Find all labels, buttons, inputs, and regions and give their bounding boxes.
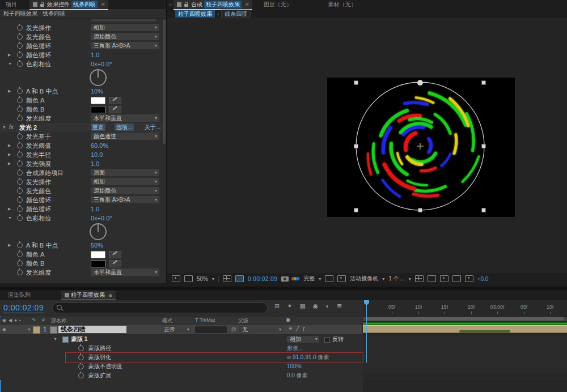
expand-arrow-icon[interactable]: ▶ xyxy=(8,150,11,159)
property-value[interactable]: 10.0 xyxy=(91,150,103,159)
eyedropper-button[interactable] xyxy=(109,251,121,258)
source-name-column-header[interactable]: 源名称 xyxy=(51,317,66,325)
property-value[interactable]: 1.0 xyxy=(91,50,99,59)
composition-frame[interactable] xyxy=(328,78,514,216)
property-value[interactable]: 10% xyxy=(91,87,103,96)
panel-menu-icon[interactable]: ≡ xyxy=(246,2,249,8)
pickwhip-icon[interactable]: ◎ xyxy=(231,326,236,332)
stopwatch-icon[interactable] xyxy=(17,242,23,248)
layer-switch-icon[interactable]: ƒ xyxy=(303,326,309,331)
region-of-interest-icon[interactable] xyxy=(325,275,333,282)
property-value[interactable]: 1.0 xyxy=(91,159,99,168)
dropdown[interactable]: 相加▾ xyxy=(91,24,159,31)
panel-menu-icon[interactable]: ≡ xyxy=(109,292,112,299)
stopwatch-icon[interactable] xyxy=(17,215,23,221)
selection-handle[interactable] xyxy=(354,208,358,212)
stopwatch-icon[interactable] xyxy=(17,61,23,67)
snapshot-camera-icon[interactable] xyxy=(281,276,289,282)
selection-handle-top[interactable] xyxy=(417,80,423,86)
exposure-value[interactable]: +0.0 xyxy=(477,276,489,282)
expand-arrow-icon[interactable]: ▶ xyxy=(8,159,11,168)
blend-mode-select[interactable]: 正常▾ xyxy=(161,326,191,333)
dropdown[interactable]: 颜色通道▾ xyxy=(91,133,159,140)
stopwatch-icon[interactable] xyxy=(17,43,23,49)
mask-property-number[interactable]: 0.0 xyxy=(287,372,295,378)
tab-render-queue[interactable]: 渲染队列 xyxy=(5,291,34,300)
layer-label-color[interactable] xyxy=(33,326,40,334)
stopwatch-icon[interactable] xyxy=(17,134,23,139)
transparency-grid-icon[interactable] xyxy=(337,275,346,282)
layer-switch-icon[interactable]: ☀ xyxy=(288,326,296,331)
color-swatch[interactable] xyxy=(91,260,105,267)
fast-previews-icon[interactable] xyxy=(428,275,436,282)
eyedropper-button[interactable] xyxy=(109,106,121,113)
selection-handle[interactable] xyxy=(354,81,358,85)
stopwatch-icon[interactable] xyxy=(17,143,23,148)
mask-visibility-icon[interactable] xyxy=(235,275,244,282)
stopwatch-icon[interactable] xyxy=(17,270,23,275)
layer-expander-icon[interactable]: ▼ xyxy=(27,327,31,331)
magnification-icon[interactable] xyxy=(184,275,193,282)
timeline-toolbar-icon[interactable]: ≣ xyxy=(337,302,342,310)
timeline-toolbar-icon[interactable]: ✦ xyxy=(287,302,292,310)
timeline-button-icon[interactable] xyxy=(440,275,448,282)
eye-icon[interactable]: ◉ xyxy=(2,327,6,332)
time-ruler[interactable]: 05f10f15f20f03:00f05f10f xyxy=(363,300,567,317)
dropdown[interactable]: 相加▾ xyxy=(91,178,159,185)
layer-switch-icon[interactable]: ╱ xyxy=(296,326,302,331)
mode-column-header[interactable]: 模式 xyxy=(162,317,172,325)
mask-property-number[interactable]: 100% xyxy=(287,363,302,369)
timeline-toolbar-icon[interactable]: ▦ xyxy=(299,302,305,310)
tab-footage[interactable]: 素材（无） xyxy=(325,0,360,9)
effect-about-link[interactable]: 关于... xyxy=(143,123,162,131)
selection-handle[interactable] xyxy=(482,144,486,148)
expand-arrow-icon[interactable]: ▼ xyxy=(8,214,12,223)
mask-expander-icon[interactable]: ▼ xyxy=(53,337,57,341)
stopwatch-icon[interactable] xyxy=(78,346,84,351)
layer-duration-bar[interactable] xyxy=(363,325,567,333)
zoom-level[interactable]: 50% xyxy=(197,276,208,282)
tab-project[interactable]: 项目 xyxy=(2,0,20,9)
dropdown[interactable]: 原始颜色▾ xyxy=(91,33,159,40)
eyedropper-button[interactable] xyxy=(109,97,121,104)
breadcrumb-comp[interactable]: 粒子四喷效果 xyxy=(175,10,215,18)
angle-dial-control[interactable] xyxy=(90,223,107,240)
tab-composition[interactable]: 合成 粒子四喷效果 ≡ xyxy=(174,0,252,9)
angle-dial-control[interactable] xyxy=(90,69,107,86)
dropdown[interactable]: 水平和垂直▾ xyxy=(91,114,159,122)
trkmat-cell[interactable] xyxy=(195,326,227,333)
flowchart-button-icon[interactable] xyxy=(452,275,461,282)
mask-mode-select[interactable]: 相加▾ xyxy=(287,336,319,343)
tab-layer[interactable]: 图层（无） xyxy=(260,0,295,9)
track-area[interactable] xyxy=(363,317,567,392)
parent-column-header[interactable]: 父级 xyxy=(238,317,248,325)
color-swatch[interactable] xyxy=(91,106,105,113)
expand-arrow-icon[interactable]: ▼ xyxy=(8,59,12,69)
lock-icon[interactable]: ▪ xyxy=(19,318,21,323)
mask-group-row[interactable]: ▼ 蒙版 1 相加▾ 反转 xyxy=(0,335,362,344)
expand-arrow-icon[interactable]: ▶ xyxy=(8,204,11,214)
reset-exposure-icon[interactable] xyxy=(465,275,473,282)
mask-invert-checkbox[interactable] xyxy=(324,337,330,343)
mask-property-number[interactable]: 形状... xyxy=(287,345,303,351)
stopwatch-icon[interactable] xyxy=(17,106,23,112)
stopwatch-icon[interactable] xyxy=(17,97,23,103)
expand-arrow-icon[interactable]: ▶ xyxy=(8,141,11,150)
dropdown[interactable]: 原始颜色▾ xyxy=(91,187,159,194)
stopwatch-icon[interactable] xyxy=(17,152,23,157)
color-swatch[interactable] xyxy=(91,251,105,258)
color-swatch[interactable] xyxy=(91,97,105,104)
stopwatch-icon[interactable] xyxy=(17,206,23,212)
dropdown[interactable]: 水平和垂直▾ xyxy=(91,269,159,276)
expand-arrow-icon[interactable]: ▶ xyxy=(8,50,11,59)
panel-overflow-icon[interactable]: » xyxy=(167,2,174,7)
audio-icon[interactable]: ◀ xyxy=(9,318,12,323)
anchor-point-crosshair[interactable] xyxy=(417,143,424,150)
mask-color-swatch[interactable] xyxy=(62,336,69,343)
current-time-display[interactable]: 0:00:02:09 xyxy=(3,303,44,313)
eyedropper-button[interactable] xyxy=(109,260,121,267)
dropdown[interactable]: 三角形 A>B>A▾ xyxy=(91,42,159,49)
stopwatch-icon[interactable] xyxy=(17,52,23,58)
current-time-indicator[interactable] xyxy=(366,300,367,363)
stopwatch-icon[interactable] xyxy=(17,179,23,185)
